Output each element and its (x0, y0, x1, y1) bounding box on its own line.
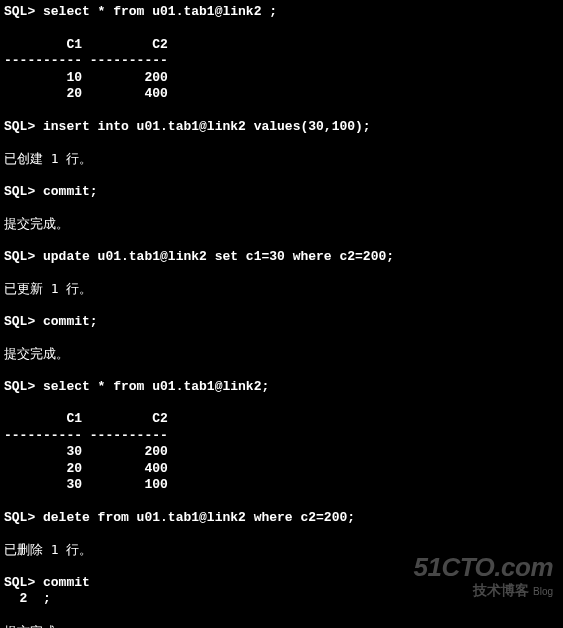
blank-line (4, 494, 559, 510)
terminal-line: 2 ; (4, 591, 559, 608)
terminal-line: 20 400 (4, 86, 559, 103)
terminal-line: SQL> commit; (4, 314, 559, 331)
terminal-line: SQL> insert into u01.tab1@link2 values(3… (4, 119, 559, 136)
terminal-line: C1 C2 (4, 37, 559, 54)
output-message: 提交完成。 (4, 216, 559, 233)
output-message: 已删除 1 行。 (4, 542, 559, 559)
blank-line (4, 608, 559, 624)
terminal-line: 10 200 (4, 70, 559, 87)
terminal-line: 30 100 (4, 477, 559, 494)
blank-line (4, 200, 559, 216)
terminal-line: SQL> select * from u01.tab1@link2; (4, 379, 559, 396)
output-message: 已创建 1 行。 (4, 151, 559, 168)
blank-line (4, 298, 559, 314)
blank-line (4, 395, 559, 411)
terminal-line: SQL> delete from u01.tab1@link2 where c2… (4, 510, 559, 527)
blank-line (4, 559, 559, 575)
output-message: 提交完成。 (4, 346, 559, 363)
blank-line (4, 363, 559, 379)
blank-line (4, 526, 559, 542)
output-message: 已更新 1 行。 (4, 281, 559, 298)
blank-line (4, 21, 559, 37)
blank-line (4, 265, 559, 281)
terminal-line: 20 400 (4, 461, 559, 478)
blank-line (4, 168, 559, 184)
blank-line (4, 330, 559, 346)
terminal-line: SQL> commit; (4, 184, 559, 201)
output-message: 提交完成。 (4, 624, 559, 629)
terminal-line: SQL> select * from u01.tab1@link2 ; (4, 4, 559, 21)
terminal-line: SQL> commit (4, 575, 559, 592)
terminal-line: ---------- ---------- (4, 53, 559, 70)
blank-line (4, 233, 559, 249)
terminal-line: 30 200 (4, 444, 559, 461)
terminal-output: SQL> select * from u01.tab1@link2 ; C1 C… (4, 4, 559, 628)
terminal-line: C1 C2 (4, 411, 559, 428)
terminal-line: ---------- ---------- (4, 428, 559, 445)
blank-line (4, 103, 559, 119)
terminal-line: SQL> update u01.tab1@link2 set c1=30 whe… (4, 249, 559, 266)
blank-line (4, 135, 559, 151)
